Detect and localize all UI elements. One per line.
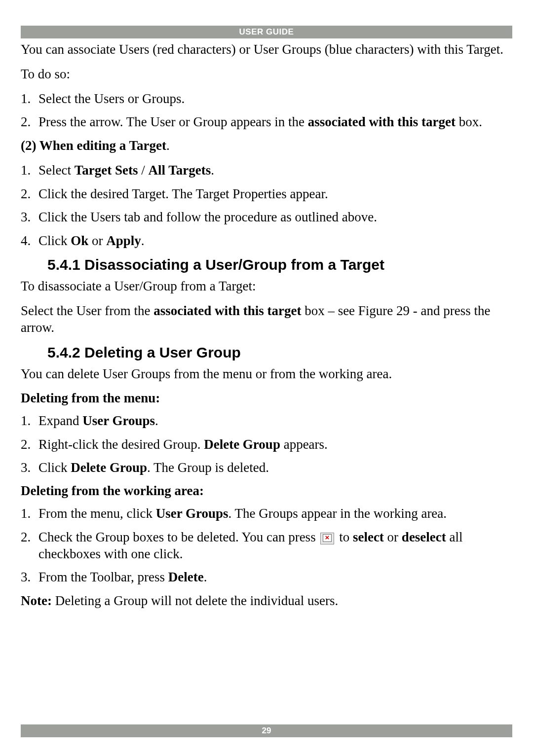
- list-text: .: [204, 570, 207, 584]
- steps-list-4: 1. From the menu, click User Groups. The…: [21, 505, 512, 586]
- list-text-bold: Ok: [71, 233, 88, 248]
- list-text-bold: deselect: [402, 530, 446, 544]
- list-text: . The Groups appear in the working area.: [228, 506, 447, 521]
- list-item: 3. Click the Users tab and follow the pr…: [21, 209, 512, 226]
- footer-page-number: 29: [21, 724, 512, 737]
- list-text: Check the Group boxes to be deleted. You…: [38, 530, 319, 544]
- text-bold: associated with this target: [153, 303, 301, 318]
- list-text: .: [211, 163, 214, 178]
- list-text: or: [88, 233, 106, 248]
- list-number: 2.: [21, 529, 31, 546]
- list-text: . The Group is deleted.: [147, 460, 269, 475]
- list-text-bold: Delete Group: [71, 460, 147, 475]
- list-number: 3.: [21, 209, 31, 226]
- list-text-bold: Delete Group: [204, 437, 280, 452]
- intro-paragraph-2: To do so:: [21, 66, 512, 83]
- subheading-delete-menu: Deleting from the menu:: [21, 391, 512, 406]
- list-text: Press the arrow. The User or Group appea…: [38, 114, 308, 129]
- list-text: box.: [456, 114, 482, 129]
- subheading-delete-working-area: Deleting from the working area:: [21, 483, 512, 499]
- list-number: 3.: [21, 569, 31, 586]
- subheading-bold: (2) When editing a Target: [21, 138, 166, 153]
- list-number: 1.: [21, 162, 31, 179]
- list-text-bold: select: [353, 530, 384, 544]
- list-number: 2.: [21, 436, 31, 453]
- paragraph-541a: To disassociate a User/Group from a Targ…: [21, 278, 512, 295]
- list-item: 4. Click Ok or Apply.: [21, 233, 512, 250]
- list-number: 2.: [21, 186, 31, 203]
- list-number: 4.: [21, 233, 31, 250]
- list-text: Click the Users tab and follow the proce…: [38, 210, 377, 224]
- list-text: Expand: [38, 413, 82, 428]
- list-number: 2.: [21, 114, 31, 131]
- list-text: to: [336, 530, 353, 544]
- list-number: 1.: [21, 91, 31, 108]
- header-bar: USER GUIDE: [21, 26, 512, 38]
- list-text: Click the desired Target. The Target Pro…: [38, 186, 328, 201]
- list-text-bold: User Groups: [156, 506, 228, 521]
- paragraph-541b: Select the User from the associated with…: [21, 303, 512, 336]
- list-text: From the Toolbar, press: [38, 570, 168, 584]
- list-item: 1. Expand User Groups.: [21, 413, 512, 430]
- list-item: 1. Select Target Sets / All Targets.: [21, 162, 512, 179]
- note-paragraph: Note: Deleting a Group will not delete t…: [21, 593, 512, 610]
- list-text: Click: [38, 233, 71, 248]
- list-number: 3.: [21, 460, 31, 476]
- subheading-period: .: [166, 138, 170, 153]
- list-text: or: [384, 530, 402, 544]
- note-label: Note:: [21, 593, 52, 608]
- list-item: 2. Right-click the desired Group. Delete…: [21, 436, 512, 453]
- subheading-when-editing: (2) When editing a Target.: [21, 138, 512, 154]
- list-text-bold: Delete: [168, 570, 204, 584]
- intro-paragraph-1: You can associate Users (red characters)…: [21, 41, 512, 58]
- list-item: 1. From the menu, click User Groups. The…: [21, 505, 512, 522]
- list-item: 2. Press the arrow. The User or Group ap…: [21, 114, 512, 131]
- steps-list-1: 1. Select the Users or Groups. 2. Press …: [21, 91, 512, 131]
- list-item: 2. Check the Group boxes to be deleted. …: [21, 529, 512, 563]
- list-item: 3. Click Delete Group. The Group is dele…: [21, 460, 512, 476]
- list-text-bold: associated with this target: [308, 114, 456, 129]
- list-text: From the menu, click: [38, 506, 156, 521]
- note-text: Deleting a Group will not delete the ind…: [52, 593, 338, 608]
- steps-list-3: 1. Expand User Groups. 2. Right-click th…: [21, 413, 512, 476]
- paragraph-542a: You can delete User Groups from the menu…: [21, 366, 512, 383]
- list-text: appears.: [280, 437, 328, 452]
- steps-list-2: 1. Select Target Sets / All Targets. 2. …: [21, 162, 512, 250]
- list-text-bold: Target Sets: [75, 163, 138, 178]
- list-text-bold: User Groups: [82, 413, 155, 428]
- list-item: 3. From the Toolbar, press Delete.: [21, 569, 512, 586]
- list-text-bold: Apply: [106, 233, 141, 248]
- list-text: .: [141, 233, 145, 248]
- list-item: 2. Click the desired Target. The Target …: [21, 186, 512, 203]
- heading-5-4-2: 5.4.2 Deleting a User Group: [47, 344, 512, 361]
- heading-5-4-1: 5.4.1 Disassociating a User/Group from a…: [47, 256, 512, 274]
- list-text: Click: [38, 460, 71, 475]
- list-item: 1. Select the Users or Groups.: [21, 91, 512, 108]
- list-number: 1.: [21, 505, 31, 522]
- list-number: 1.: [21, 413, 31, 430]
- list-text: Select the Users or Groups.: [38, 91, 185, 106]
- list-text-bold: All Targets: [149, 163, 211, 178]
- list-text: /: [138, 163, 148, 178]
- list-text: .: [155, 413, 158, 428]
- text: Select the User from the: [21, 303, 153, 318]
- checkbox-toggle-icon: [320, 533, 334, 544]
- list-text: Select: [38, 163, 75, 178]
- list-text: Right-click the desired Group.: [38, 437, 204, 452]
